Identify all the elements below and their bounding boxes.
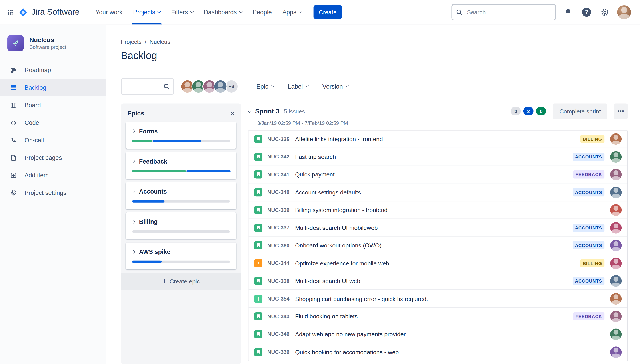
assignee-avatar[interactable] (610, 204, 621, 216)
plus-icon (162, 277, 167, 285)
settings-button[interactable] (599, 6, 611, 18)
epic-progress-bar (132, 200, 230, 202)
assignee-avatar[interactable] (610, 275, 621, 286)
close-icon[interactable]: × (230, 110, 235, 118)
chevron-down-icon (239, 10, 243, 13)
assignee-avatar[interactable] (610, 346, 621, 358)
chevron-right-icon[interactable] (132, 190, 135, 193)
assignee-avatar[interactable] (610, 169, 621, 180)
chevron-right-icon[interactable] (132, 160, 135, 163)
issue-row[interactable]: NUC-342 Fast trip search ACCOUNTS (249, 148, 627, 166)
topnav-item[interactable]: Dashboards (198, 0, 247, 24)
issue-type-icon (254, 224, 263, 232)
epic-card[interactable]: Accounts (126, 182, 237, 209)
create-button[interactable]: Create (314, 5, 342, 19)
create-epic-button[interactable]: Create epic (121, 272, 241, 290)
app-switcher-icon[interactable] (7, 9, 13, 15)
assignee-avatar[interactable] (610, 134, 621, 145)
topnav-item[interactable]: Your work (90, 0, 128, 24)
sprint-status-counter: 2 (524, 107, 534, 116)
issue-row[interactable]: NUC-337 Multi-dest search UI mobileweb A… (249, 219, 627, 237)
sidebar-item-roadmap[interactable]: Roadmap (0, 61, 106, 79)
assignee-avatar[interactable] (610, 222, 621, 233)
search-icon (456, 9, 463, 15)
issue-row[interactable]: NUC-360 Onboard workout options (OWO) AC… (249, 237, 627, 254)
epic-card[interactable]: Feedback (126, 152, 237, 179)
issue-summary: Optimize experience for mobile web (295, 260, 389, 266)
more-actions-button[interactable]: ⋯ (614, 104, 627, 119)
epic-label-badge[interactable]: ACCOUNTS (572, 153, 604, 161)
sprint-header-left[interactable]: Sprint 3 5 issues (248, 108, 305, 115)
brand: Jira Software (7, 7, 80, 17)
epic-label-badge[interactable]: FEEDBACK (573, 170, 605, 179)
jira-logo[interactable]: Jira Software (19, 7, 80, 17)
global-search-input[interactable] (451, 4, 556, 20)
filter-dropdown[interactable]: Label (288, 83, 308, 90)
assignee-avatar[interactable] (610, 240, 621, 251)
project-sidebar: Nucleus Software project Roadmap Backlog (0, 24, 106, 364)
filter-dropdown[interactable]: Version (322, 83, 349, 90)
complete-sprint-button[interactable]: Complete sprint (553, 104, 607, 119)
sidebar-item-board[interactable]: Board (0, 96, 106, 114)
assignee-avatar[interactable] (610, 328, 621, 340)
topnav-item[interactable]: Apps (277, 0, 307, 24)
sidebar-item-code[interactable]: Code (0, 114, 106, 131)
issue-key: NUC-335 (267, 136, 291, 142)
issue-key: NUC-336 (267, 349, 291, 355)
filter-avatar[interactable] (214, 80, 227, 93)
topnav-item[interactable]: People (247, 0, 277, 24)
issue-row[interactable]: NUC-344 Optimize experience for mobile w… (249, 254, 627, 272)
sidebar-item-project-settings[interactable]: Project settings (0, 184, 106, 201)
assignee-avatar[interactable] (610, 258, 621, 269)
sidebar-item-label: On-call (25, 136, 44, 144)
issue-row[interactable]: NUC-343 Fluid booking on tablets FEEDBAC… (249, 308, 627, 326)
assignee-avatar[interactable] (610, 293, 621, 304)
sidebar-item-add-item[interactable]: Add item (0, 166, 106, 184)
sidebar-item-backlog[interactable]: Backlog (0, 78, 106, 96)
issue-row[interactable]: NUC-341 Quick payment FEEDBACK (249, 166, 627, 184)
issue-row[interactable]: NUC-340 Account settings defaults ACCOUN… (249, 184, 627, 201)
epics-panel: Epics × Forms Feedback Accounts (121, 104, 241, 364)
topnav-item[interactable]: Filters (166, 0, 198, 24)
topnav-item[interactable]: Projects (128, 0, 166, 24)
issue-row-right: ACCOUNTS (572, 240, 621, 251)
breadcrumb-projects[interactable]: Projects (121, 38, 142, 45)
issue-row[interactable]: NUC-335 Affelite links integration - fro… (249, 130, 627, 148)
epic-label-badge[interactable]: ACCOUNTS (572, 241, 604, 250)
epic-label-badge[interactable]: ACCOUNTS (572, 277, 604, 285)
help-button[interactable]: ? (580, 6, 593, 18)
assignee-avatar[interactable] (610, 311, 621, 322)
issue-row[interactable]: NUC-338 Multi-dest search UI web ACCOUNT… (249, 272, 627, 290)
epic-card[interactable]: Billing (126, 212, 237, 239)
epic-label-badge[interactable]: ACCOUNTS (572, 188, 604, 196)
issue-summary: Billing system integration - frontend (295, 207, 387, 213)
epic-card[interactable]: AWS spike (126, 242, 237, 269)
issue-row[interactable]: NUC-354 Shopping cart purchasing error -… (249, 290, 627, 308)
project-name: Nucleus (29, 36, 66, 44)
epic-label-badge[interactable]: BILLING (580, 135, 604, 143)
issue-row[interactable]: NUC-339 Billing system integration - fro… (249, 201, 627, 219)
chevron-right-icon[interactable] (132, 250, 135, 253)
issue-row[interactable]: NUC-336 Quick booking for accomodations … (249, 343, 627, 361)
epic-card[interactable]: Forms (126, 122, 237, 149)
epic-label-badge[interactable]: FEEDBACK (573, 312, 605, 320)
filter-dropdowns: Epic Label Version (256, 83, 348, 90)
chevron-right-icon[interactable] (132, 130, 135, 132)
epic-label-badge[interactable]: ACCOUNTS (572, 224, 604, 232)
breadcrumb-nucleus[interactable]: Nucleus (150, 38, 170, 45)
issue-row-right (610, 204, 621, 216)
filter-dropdown[interactable]: Epic (256, 83, 274, 90)
assignee-avatar[interactable] (610, 151, 621, 162)
breadcrumb-separator: / (145, 38, 146, 45)
project-header[interactable]: Nucleus Software project (0, 24, 106, 61)
assignee-avatar[interactable] (610, 186, 621, 198)
notifications-button[interactable] (562, 6, 574, 18)
issue-type-icon (254, 277, 263, 285)
chevron-right-icon[interactable] (132, 220, 135, 223)
sidebar-item-oncall[interactable]: On-call (0, 131, 106, 149)
issue-row[interactable]: NUC-346 Adapt web app no new payments pr… (249, 326, 627, 343)
sidebar-item-project-pages[interactable]: Project pages (0, 149, 106, 166)
board-icon (10, 101, 17, 108)
user-avatar[interactable] (617, 5, 631, 19)
epic-label-badge[interactable]: BILLING (580, 259, 604, 267)
